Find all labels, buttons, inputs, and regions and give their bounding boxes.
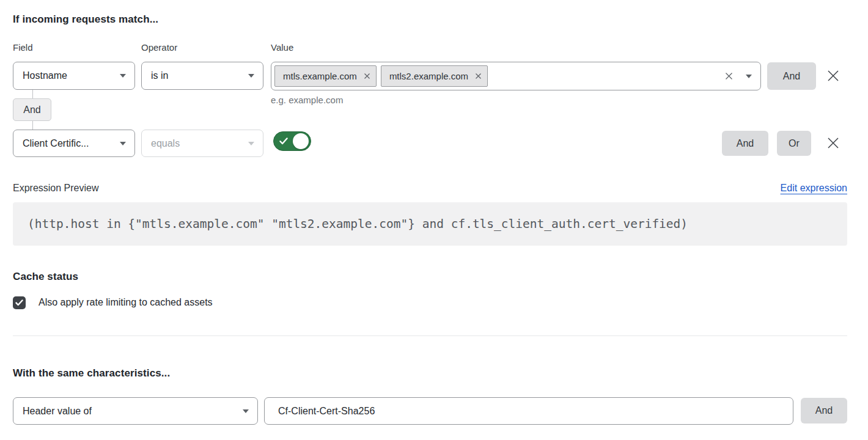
rate-limit-rule-builder: If incoming requests match... Field Oper…	[0, 0, 868, 440]
cached-assets-checkbox-label: Also apply rate limiting to cached asset…	[39, 297, 213, 308]
add-characteristic-button[interactable]: And	[801, 398, 847, 424]
checkmark-icon	[15, 299, 23, 306]
toggle-knob	[293, 133, 309, 149]
connector-line	[32, 121, 33, 130]
remove-row1-icon[interactable]	[825, 68, 841, 84]
value-label: Value	[271, 42, 293, 53]
characteristic-select[interactable]: Header value of	[13, 397, 258, 425]
operator-select-row2-value: equals	[151, 138, 243, 149]
operator-label: Operator	[141, 42, 177, 53]
add-or-condition-button-row2[interactable]: Or	[777, 131, 811, 156]
cached-assets-checkbox[interactable]	[13, 296, 26, 309]
remove-row2-icon[interactable]	[825, 135, 841, 151]
value-tag: mtls.example.com	[274, 65, 377, 87]
value-tag-text: mtls2.example.com	[389, 71, 468, 81]
operator-select-row1-value: is in	[151, 70, 243, 81]
operator-select-row1[interactable]: is in	[141, 62, 263, 90]
value-multiselect[interactable]: mtls.example.com mtls2.example.com	[271, 62, 761, 90]
characteristics-title: With the same characteristics...	[13, 367, 170, 380]
header-name-input[interactable]	[264, 397, 793, 425]
chevron-down-icon	[248, 74, 254, 78]
expression-code-block: (http.host in {"mtls.example.com" "mtls2…	[13, 202, 847, 246]
expression-code: (http.host in {"mtls.example.com" "mtls2…	[28, 217, 688, 231]
field-select-row1-value: Hostname	[23, 70, 115, 81]
field-label: Field	[13, 42, 33, 53]
value-tag: mtls2.example.com	[381, 65, 488, 87]
row-connector-and-button[interactable]: And	[13, 98, 51, 121]
connector-line	[32, 90, 33, 98]
expression-preview-label: Expression Preview	[13, 183, 99, 194]
field-select-row2[interactable]: Client Certific...	[13, 130, 135, 157]
remove-tag-icon[interactable]	[364, 73, 370, 79]
value-helper-text: e.g. example.com	[271, 95, 343, 105]
match-section-title: If incoming requests match...	[13, 13, 158, 26]
edit-expression-link[interactable]: Edit expression	[781, 183, 847, 194]
field-select-row1[interactable]: Hostname	[13, 62, 135, 90]
chevron-down-icon	[243, 409, 249, 413]
cache-status-title: Cache status	[13, 271, 78, 283]
value-tag-text: mtls.example.com	[283, 71, 357, 81]
operator-select-row2-disabled: equals	[141, 130, 263, 157]
clear-values-icon[interactable]	[724, 72, 734, 81]
chevron-down-icon	[120, 74, 126, 78]
chevron-down-icon	[248, 142, 254, 145]
add-and-condition-button-row2[interactable]: And	[722, 131, 768, 156]
field-select-row2-value: Client Certific...	[23, 138, 115, 149]
checkmark-icon	[279, 138, 288, 145]
cert-verified-toggle[interactable]	[273, 131, 311, 151]
chevron-down-icon	[120, 142, 126, 145]
add-and-condition-button-row1[interactable]: And	[767, 62, 816, 90]
characteristic-select-value: Header value of	[23, 406, 238, 417]
section-divider	[13, 336, 847, 336]
remove-tag-icon[interactable]	[475, 73, 482, 79]
chevron-down-icon	[746, 75, 752, 78]
